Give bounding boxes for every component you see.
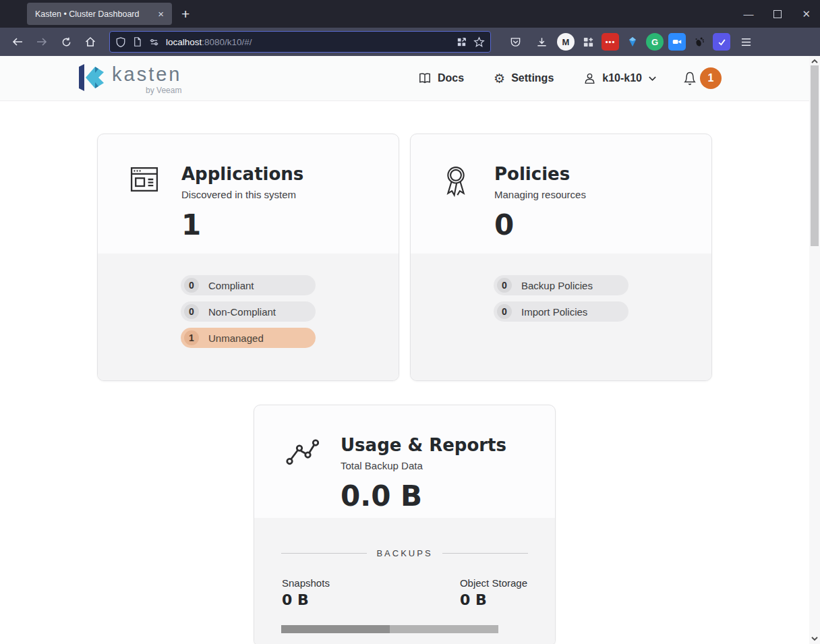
extension-gem-icon[interactable] bbox=[624, 33, 641, 51]
dashboard-cards-row: Applications Discovered in this system 1… bbox=[0, 134, 809, 381]
usage-title: Usage & Reports bbox=[341, 435, 506, 455]
backups-divider: BACKUPS bbox=[281, 518, 528, 558]
extension-grid-plus-icon[interactable] bbox=[579, 33, 597, 51]
usage-row: Usage & Reports Total Backup Data 0.0 B … bbox=[0, 405, 809, 644]
browser-tab-bar: Kasten • Cluster Dashboard × + — ✕ bbox=[0, 0, 820, 28]
page-info-icon[interactable] bbox=[132, 36, 142, 47]
user-icon bbox=[583, 72, 596, 85]
policies-pills-section: 0 Backup Policies 0 Import Policies bbox=[411, 254, 711, 380]
nav-docs-label: Docs bbox=[438, 72, 464, 84]
site-header: kasten by Veeam Docs ⚙ Settings k10-k10 bbox=[0, 56, 809, 101]
backups-label: BACKUPS bbox=[367, 548, 442, 558]
logo-wordmark: kasten bbox=[112, 65, 181, 84]
applications-icon bbox=[129, 164, 160, 254]
usage-bar-object-storage-segment bbox=[390, 625, 498, 633]
notifications[interactable]: 1 bbox=[682, 67, 722, 89]
kasten-logo[interactable]: kasten by Veeam bbox=[76, 62, 181, 95]
policies-title: Policies bbox=[494, 164, 586, 184]
reload-button[interactable] bbox=[55, 32, 77, 52]
applications-count: 1 bbox=[181, 208, 303, 241]
usage-bar-snapshots-segment bbox=[281, 625, 390, 633]
browser-tab[interactable]: Kasten • Cluster Dashboard × bbox=[27, 3, 172, 25]
policies-count: 0 bbox=[494, 208, 586, 241]
extension-grammarly-icon[interactable]: G bbox=[646, 33, 664, 51]
container-icon[interactable] bbox=[456, 36, 467, 48]
applications-subtitle: Discovered in this system bbox=[181, 189, 303, 200]
new-tab-button[interactable]: + bbox=[181, 6, 189, 22]
object-storage-stat: Object Storage 0 B bbox=[460, 577, 527, 608]
usage-subtitle: Total Backup Data bbox=[341, 460, 506, 471]
downloads-icon[interactable] bbox=[531, 32, 552, 52]
divider-line-left bbox=[281, 553, 367, 554]
backup-stats: Snapshots 0 B Object Storage 0 B bbox=[281, 577, 528, 608]
divider-line-right bbox=[442, 553, 528, 554]
pill-backup-policies[interactable]: 0 Backup Policies bbox=[494, 275, 628, 295]
snapshots-value: 0 B bbox=[282, 591, 330, 608]
bell-icon bbox=[682, 70, 697, 86]
bookmark-star-icon[interactable] bbox=[473, 36, 485, 48]
minimize-button[interactable]: — bbox=[743, 8, 753, 20]
back-button[interactable] bbox=[7, 32, 28, 52]
extension-sider-icon[interactable] bbox=[713, 33, 730, 51]
object-storage-value: 0 B bbox=[460, 591, 527, 608]
chevron-down-icon bbox=[648, 74, 657, 83]
object-storage-label: Object Storage bbox=[460, 577, 527, 589]
home-button[interactable] bbox=[80, 32, 101, 52]
extension-lastpass-icon[interactable]: ••• bbox=[602, 33, 619, 51]
notification-badge[interactable]: 1 bbox=[700, 67, 722, 89]
main-nav: Docs ⚙ Settings k10-k10 1 bbox=[418, 67, 722, 89]
scroll-up-icon[interactable] bbox=[811, 58, 818, 65]
applications-pills-section: 0 Compliant 0 Non-Compliant 1 Unmanaged bbox=[98, 254, 399, 380]
kasten-dashboard-page: kasten by Veeam Docs ⚙ Settings k10-k10 bbox=[0, 56, 809, 644]
permissions-toggles-icon[interactable] bbox=[148, 37, 160, 47]
logo-byline: by Veeam bbox=[146, 86, 181, 95]
policies-subtitle: Managing resources bbox=[494, 189, 586, 200]
extension-gnome-icon[interactable] bbox=[691, 33, 708, 51]
policies-icon bbox=[442, 164, 473, 254]
extension-m-icon[interactable]: M bbox=[557, 33, 575, 51]
nav-account[interactable]: k10-k10 bbox=[583, 72, 657, 85]
usage-backups-section: BACKUPS Snapshots 0 B Object Storage 0 B bbox=[254, 518, 555, 644]
maximize-button[interactable] bbox=[773, 10, 782, 18]
scrollbar-thumb[interactable] bbox=[811, 65, 819, 246]
usage-count: 0.0 B bbox=[341, 479, 506, 513]
tab-close-icon[interactable]: × bbox=[155, 8, 167, 20]
nav-settings-label: Settings bbox=[511, 72, 554, 84]
pill-unmanaged[interactable]: 1 Unmanaged bbox=[181, 328, 316, 348]
close-window-button[interactable]: ✕ bbox=[802, 8, 811, 20]
backup-usage-bar bbox=[281, 625, 498, 633]
tab-title: Kasten • Cluster Dashboard bbox=[35, 9, 155, 19]
nav-docs[interactable]: Docs bbox=[418, 71, 464, 85]
menu-hamburger-icon[interactable] bbox=[735, 32, 757, 52]
pill-import-policies[interactable]: 0 Import Policies bbox=[494, 301, 628, 322]
kasten-logo-icon bbox=[76, 62, 107, 93]
shield-icon[interactable] bbox=[115, 36, 126, 48]
forward-button[interactable] bbox=[31, 32, 53, 52]
applications-title: Applications bbox=[181, 164, 303, 184]
pill-non-compliant[interactable]: 0 Non-Compliant bbox=[181, 301, 316, 322]
applications-card[interactable]: Applications Discovered in this system 1… bbox=[97, 134, 399, 381]
window-controls: — ✕ bbox=[743, 0, 811, 28]
book-icon bbox=[418, 71, 432, 85]
url-text[interactable]: localhost:8080/k10/#/ bbox=[166, 37, 450, 47]
nav-settings[interactable]: ⚙ Settings bbox=[494, 71, 554, 86]
nav-account-label: k10-k10 bbox=[602, 72, 642, 84]
usage-reports-card[interactable]: Usage & Reports Total Backup Data 0.0 B … bbox=[254, 405, 556, 644]
snapshots-label: Snapshots bbox=[282, 577, 330, 589]
pocket-icon[interactable] bbox=[504, 32, 526, 52]
page-scrollbar[interactable] bbox=[809, 56, 820, 644]
usage-chart-icon bbox=[285, 435, 319, 518]
extension-zoom-icon[interactable] bbox=[668, 33, 686, 51]
browser-toolbar: localhost:8080/k10/#/ M ••• G bbox=[0, 28, 820, 56]
toolbar-extensions: M ••• G bbox=[504, 32, 757, 52]
pill-compliant[interactable]: 0 Compliant bbox=[181, 275, 316, 295]
scroll-down-icon[interactable] bbox=[811, 635, 818, 642]
policies-card[interactable]: Policies Managing resources 0 0 Backup P… bbox=[410, 134, 712, 381]
gear-icon: ⚙ bbox=[494, 71, 505, 86]
snapshots-stat: Snapshots 0 B bbox=[282, 577, 330, 608]
url-bar[interactable]: localhost:8080/k10/#/ bbox=[109, 31, 491, 53]
